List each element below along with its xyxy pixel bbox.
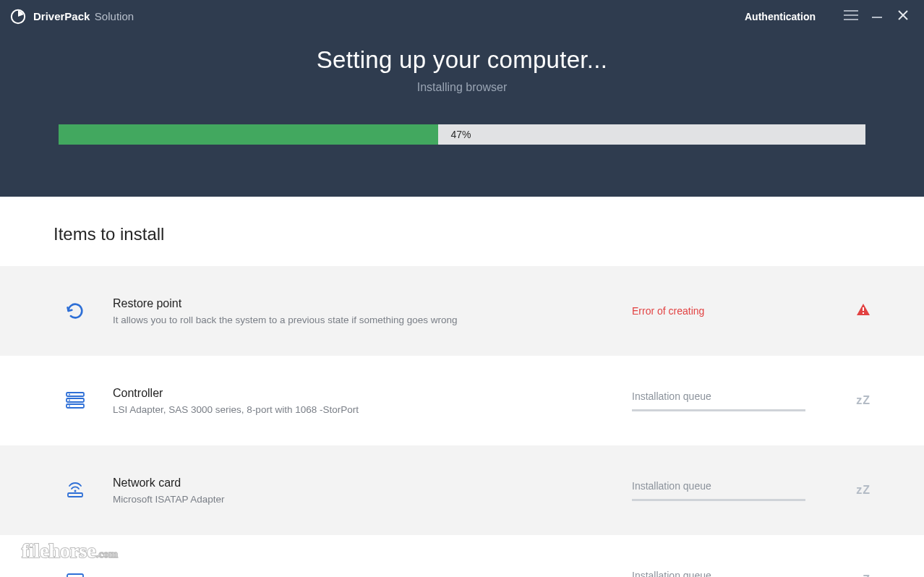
svg-rect-17 (68, 493, 82, 497)
svg-point-13 (69, 394, 70, 396)
generic-driver-icon (62, 571, 88, 577)
item-status-text: Installation queue (632, 570, 805, 578)
setup-hero: Setting up your computer... Installing b… (0, 33, 924, 197)
brand-strong: DriverPack (33, 10, 90, 22)
install-item-restore-point: Restore point It allows you to roll back… (0, 266, 924, 356)
brand-text: DriverPack Solution (33, 10, 134, 23)
close-button[interactable] (892, 6, 914, 27)
overall-progress-bar: 47% (59, 124, 865, 145)
sleep-icon: zZ (856, 394, 870, 407)
progress-fill (59, 124, 438, 145)
minimize-button[interactable] (866, 6, 888, 27)
minimize-icon (870, 9, 884, 25)
item-status-text: Installation queue (632, 390, 805, 402)
authentication-link[interactable]: Authentication (745, 11, 816, 22)
menu-button[interactable] (840, 6, 862, 27)
svg-point-16 (74, 490, 77, 492)
controller-icon (62, 391, 88, 410)
close-icon (897, 9, 909, 24)
restore-point-icon (62, 301, 88, 321)
install-item-controller: Controller LSI Adapter, SAS 3000 series,… (0, 356, 924, 445)
app-logo: DriverPack Solution (10, 9, 134, 25)
svg-rect-9 (863, 312, 864, 314)
item-title: Network card (113, 476, 632, 490)
section-title-items-to-install: Items to install (0, 197, 924, 266)
item-description: It allows you to roll back the system to… (113, 315, 632, 325)
brand-light: Solution (95, 10, 134, 22)
hamburger-icon (844, 10, 858, 23)
network-card-icon (62, 482, 88, 499)
sleep-icon: zZ (856, 573, 870, 577)
item-status-text: Installation queue (632, 480, 805, 492)
svg-point-14 (69, 400, 70, 401)
driverpack-logo-icon (10, 9, 26, 25)
item-title: Controller (113, 387, 632, 400)
svg-point-15 (69, 406, 70, 407)
item-progress-bar (632, 409, 805, 411)
titlebar: DriverPack Solution Authentication (0, 0, 924, 33)
warning-icon (856, 303, 870, 319)
install-item-partial: Installation queue zZ (0, 535, 924, 577)
sleep-icon: zZ (856, 484, 870, 497)
hero-title: Setting up your computer... (0, 46, 924, 74)
hero-subtitle: Installing browser (0, 81, 924, 94)
item-status-text: Error of creating (632, 305, 805, 317)
app-window: DriverPack Solution Authentication Se (0, 0, 924, 577)
install-item-network-card: Network card Microsoft ISATAP Adapter In… (0, 445, 924, 535)
item-progress-bar (632, 499, 805, 501)
main-content-scroll[interactable]: Setting up your computer... Installing b… (0, 33, 924, 577)
item-description: LSI Adapter, SAS 3000 series, 8-port wit… (113, 404, 632, 415)
progress-label: 47% (438, 124, 471, 145)
svg-rect-18 (67, 574, 83, 577)
item-title: Restore point (113, 297, 632, 310)
svg-rect-8 (863, 307, 864, 311)
item-description: Microsoft ISATAP Adapter (113, 494, 632, 505)
